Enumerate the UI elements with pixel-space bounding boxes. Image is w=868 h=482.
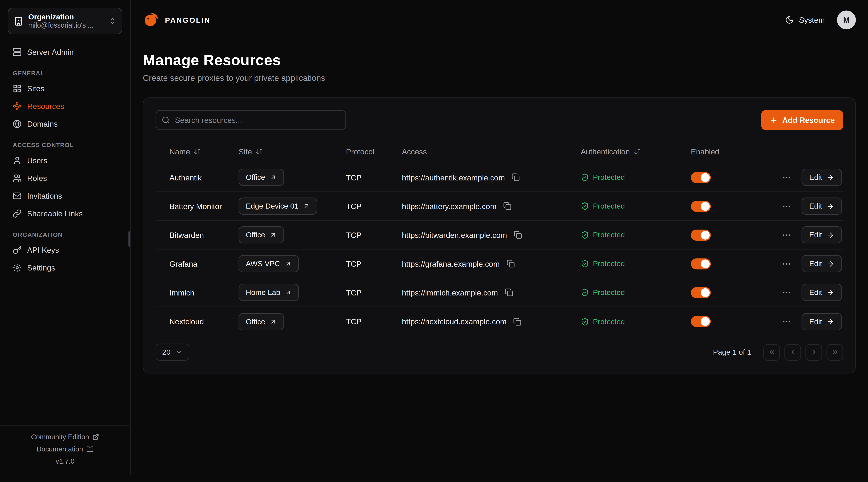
copy-button[interactable]: [510, 172, 521, 183]
auth-status-badge: Protected: [581, 231, 625, 239]
documentation-link[interactable]: Documentation: [36, 445, 94, 453]
org-selector[interactable]: Organization milo@fossorial.io's ...: [8, 8, 122, 34]
arrow-up-right-icon: [285, 289, 292, 296]
chevron-right-icon: [810, 348, 818, 356]
org-subtitle: milo@fossorial.io's ...: [28, 22, 104, 29]
column-header-site[interactable]: Site: [239, 147, 263, 156]
page-size-value: 20: [162, 348, 170, 356]
add-resource-button[interactable]: Add Resource: [761, 110, 843, 130]
sidebar-item-shareable-links[interactable]: Shareable Links: [8, 205, 122, 222]
enabled-toggle[interactable]: [691, 316, 711, 327]
copy-icon: [513, 317, 522, 326]
last-page-button[interactable]: [827, 344, 843, 360]
page-size-select[interactable]: 20: [156, 344, 189, 361]
topbar: PANGOLIN System M: [143, 0, 856, 40]
sidebar-footer: Community Edition Documentation v1.7.0: [0, 425, 130, 468]
column-label: Site: [239, 147, 252, 156]
enabled-toggle[interactable]: [691, 172, 711, 183]
server-icon: [13, 47, 22, 56]
sidebar-item-roles[interactable]: Roles: [8, 169, 122, 187]
sidebar-item-invitations[interactable]: Invitations: [8, 187, 122, 205]
enabled-toggle[interactable]: [691, 287, 711, 298]
auth-status-label: Protected: [593, 202, 625, 210]
row-menu-button[interactable]: [780, 286, 793, 298]
community-edition-link[interactable]: Community Edition: [31, 433, 99, 441]
copy-button[interactable]: [502, 201, 513, 212]
next-page-button[interactable]: [806, 344, 822, 360]
enabled-toggle[interactable]: [691, 229, 711, 240]
site-link-button[interactable]: Home Lab: [239, 284, 299, 301]
sidebar-nav: Server Admin GENERAL Sites Resources Dom: [8, 43, 122, 277]
row-menu-button[interactable]: [780, 200, 793, 212]
search-input[interactable]: [156, 110, 346, 130]
sidebar-item-server-admin[interactable]: Server Admin: [8, 43, 122, 61]
copy-button[interactable]: [503, 287, 514, 298]
ellipsis-icon: [781, 172, 792, 182]
table-row: Nextcloud Office TCP https://nextcloud.e…: [156, 307, 843, 336]
copy-button[interactable]: [512, 316, 523, 327]
enabled-toggle[interactable]: [691, 258, 711, 269]
arrow-up-right-icon: [270, 231, 277, 238]
arrow-up-right-icon: [270, 318, 277, 325]
edit-button[interactable]: Edit: [802, 169, 842, 186]
sidebar-item-settings[interactable]: Settings: [8, 259, 122, 277]
site-link-button[interactable]: Office: [239, 313, 284, 330]
edit-button[interactable]: Edit: [802, 255, 842, 272]
plus-icon: [770, 116, 778, 124]
row-menu-button[interactable]: [780, 315, 793, 328]
access-url: https://immich.example.com: [402, 288, 498, 297]
resources-table: Name Site Protocol Access: [156, 140, 843, 336]
gear-icon: [13, 263, 22, 272]
toggle-knob: [701, 317, 710, 326]
ellipsis-icon: [781, 317, 792, 326]
ellipsis-icon: [781, 230, 792, 240]
resource-name: Bitwarden: [169, 230, 204, 239]
sidebar-item-api-keys[interactable]: API Keys: [8, 241, 122, 259]
sidebar-item-domains[interactable]: Domains: [8, 115, 122, 133]
site-link-button[interactable]: Edge Device 01: [239, 197, 317, 215]
site-link-button[interactable]: AWS VPC: [239, 255, 299, 272]
sidebar-item-sites[interactable]: Sites: [8, 79, 122, 97]
column-header-authentication[interactable]: Authentication: [581, 147, 641, 156]
shield-check-icon: [581, 173, 589, 182]
sort-icon: [256, 148, 263, 155]
table-body: Authentik Office TCP https://authentik.e…: [156, 163, 843, 336]
protocol-label: TCP: [346, 230, 362, 239]
copy-icon: [503, 202, 512, 210]
site-link-button[interactable]: Office: [239, 169, 284, 186]
mail-icon: [13, 191, 22, 200]
row-menu-button[interactable]: [780, 229, 793, 241]
enabled-toggle[interactable]: [691, 200, 711, 212]
edit-button[interactable]: Edit: [802, 284, 842, 301]
edit-label: Edit: [809, 260, 822, 268]
edit-button[interactable]: Edit: [802, 197, 842, 215]
site-link-button[interactable]: Office: [239, 226, 284, 244]
auth-status-badge: Protected: [581, 202, 625, 210]
edit-button[interactable]: Edit: [802, 313, 842, 330]
site-name: AWS VPC: [246, 260, 280, 268]
arrow-right-icon: [827, 202, 834, 210]
prev-page-button[interactable]: [784, 344, 801, 360]
resource-name: Battery Monitor: [169, 202, 222, 211]
site-name: Office: [246, 173, 265, 182]
theme-toggle[interactable]: System: [785, 15, 825, 24]
copy-button[interactable]: [505, 258, 516, 269]
users-icon: [13, 174, 22, 183]
sidebar-item-users[interactable]: Users: [8, 152, 122, 169]
sidebar-item-resources[interactable]: Resources: [8, 97, 122, 115]
sidebar-item-label: Settings: [27, 263, 55, 272]
copy-button[interactable]: [513, 230, 523, 240]
row-menu-button[interactable]: [780, 257, 793, 269]
row-menu-button[interactable]: [780, 171, 793, 183]
column-header-name[interactable]: Name: [169, 147, 201, 156]
card-footer: 20 Page 1 of 1: [156, 344, 843, 361]
avatar[interactable]: M: [837, 10, 856, 29]
column-label: Authentication: [581, 147, 630, 156]
sidebar-scrollbar[interactable]: [128, 231, 130, 247]
first-page-button[interactable]: [763, 344, 780, 360]
layout-grid-icon: [13, 84, 22, 93]
arrow-up-right-icon: [270, 174, 277, 181]
sidebar-item-label: Sites: [27, 84, 44, 93]
edit-button[interactable]: Edit: [802, 226, 842, 244]
documentation-label: Documentation: [36, 445, 83, 453]
